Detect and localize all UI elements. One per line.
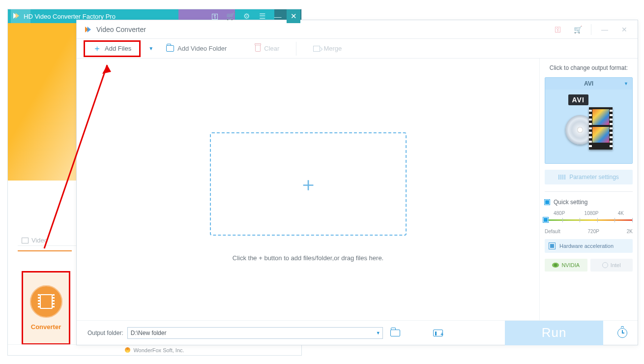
key-icon[interactable]: ⚿ [550, 22, 566, 37]
video-icon [22, 238, 29, 243]
side-panel: Click to change output format: AVI ▼ AVI [539, 59, 638, 320]
output-format-button[interactable]: AVI ▼ AVI [545, 77, 633, 164]
trash-icon [255, 45, 261, 52]
nvidia-icon [552, 263, 559, 268]
converter-title: Video Converter [96, 26, 146, 33]
open-folder-icon [390, 330, 400, 336]
toolbar: ＋ Add Files ▼ Add Video Folder Clear Mer… [77, 39, 638, 59]
merge-label: Merge [323, 45, 342, 52]
slider-thumb[interactable] [543, 217, 548, 222]
add-files-button[interactable]: ＋ Add Files [84, 40, 141, 57]
app-logo-icon [12, 11, 21, 20]
video-tab-label: Video [31, 237, 48, 244]
open-folder-button[interactable] [387, 326, 404, 340]
hardware-accel-button[interactable]: Hardware acceleration [545, 239, 633, 253]
drop-zone[interactable]: ＋ [210, 132, 407, 236]
chip-icon [549, 243, 556, 249]
add-folder-button[interactable]: Add Video Folder [161, 45, 232, 52]
change-format-label: Click to change output format: [545, 64, 633, 71]
footer-text: WonderFox Soft, Inc. [133, 347, 184, 353]
add-folder-label: Add Video Folder [177, 45, 227, 52]
clear-button[interactable]: Clear [250, 45, 284, 52]
chevron-down-icon: ▼ [376, 331, 381, 335]
video-tab[interactable]: Video [22, 237, 48, 244]
format-badge: AVI [568, 94, 588, 105]
gear-icon[interactable]: ⚙ [239, 9, 253, 23]
divider [296, 42, 296, 56]
parent-footer: WonderFox Soft, Inc. [8, 344, 301, 355]
chevron-down-icon: ▼ [624, 81, 628, 86]
sliders-icon [558, 175, 565, 180]
hw-label: Hardware acceleration [559, 243, 614, 249]
add-files-label: Add Files [105, 45, 131, 52]
tick-default: Default [545, 229, 560, 234]
parameter-settings-button[interactable]: Parameter settings [545, 170, 633, 184]
format-art: AVI [565, 94, 613, 158]
parent-titlebar: HD Video Converter Factory Pro ⚿ 🛒 ⚙ ☰ —… [8, 9, 301, 23]
tab-underline [18, 250, 72, 251]
converter-logo-icon [84, 25, 92, 34]
quick-setting-slider[interactable]: 480P 1080P 4K Default 720P 2K [545, 212, 633, 233]
cart-icon[interactable]: 🛒 [224, 9, 237, 23]
settings-list-icon[interactable]: ☰ [255, 9, 269, 23]
converter-label: Converter [31, 323, 61, 331]
plus-icon: ＋ [298, 171, 318, 198]
output-folder-label: Output folder: [88, 330, 123, 336]
nvidia-label: NVIDIA [561, 262, 580, 268]
quick-dot-icon [545, 200, 550, 205]
tick-1080p: 1080P [585, 211, 599, 216]
converter-tile[interactable]: Converter [22, 271, 70, 345]
run-label: Run [542, 325, 567, 340]
parameter-label: Parameter settings [569, 174, 619, 181]
close-icon[interactable]: ✕ [287, 9, 300, 23]
converter-icon [30, 286, 62, 317]
clock-icon [617, 328, 627, 338]
merge-icon [313, 46, 320, 52]
divider [591, 24, 591, 35]
new-folder-button[interactable] [430, 326, 446, 340]
converter-footer: Output folder: D:\New folder ▼ Run [77, 320, 638, 345]
intel-badge: Intel [590, 259, 633, 272]
folder-icon [166, 45, 174, 52]
merge-button[interactable]: Merge [308, 45, 347, 52]
drop-hint: Click the + button to add files/folder,o… [233, 254, 383, 262]
new-folder-icon [433, 330, 443, 336]
converter-window: Video Converter ⚿ 🛒 — ✕ ＋ Add Files ▼ Ad… [76, 20, 638, 345]
wonderfox-icon [125, 347, 130, 353]
output-folder-value: D:\New folder [131, 330, 167, 336]
quick-setting-label-row: Quick setting [545, 199, 633, 206]
output-folder-combo[interactable]: D:\New folder ▼ [127, 327, 383, 339]
minimize-icon[interactable]: — [271, 9, 285, 23]
cart-icon[interactable]: 🛒 [569, 22, 586, 37]
converter-body: ＋ Click the + button to add files/folder… [77, 59, 638, 320]
key-icon[interactable]: ⚿ [208, 9, 222, 23]
timer-button[interactable] [607, 321, 638, 345]
filmstrip-icon [589, 107, 613, 150]
nvidia-badge: NVIDIA [545, 259, 587, 272]
minimize-icon[interactable]: — [596, 22, 613, 37]
clear-label: Clear [264, 45, 279, 52]
quick-setting-label: Quick setting [554, 199, 587, 206]
close-icon[interactable]: ✕ [616, 22, 633, 37]
add-files-dropdown-icon[interactable]: ▼ [145, 46, 157, 51]
intel-label: Intel [611, 262, 621, 268]
format-name: AVI [584, 80, 593, 87]
divider [545, 191, 633, 192]
tick-720p: 720P [588, 229, 599, 234]
intel-icon [602, 262, 608, 268]
tick-2k: 2K [627, 229, 633, 234]
parent-title: HD Video Converter Factory Pro [24, 13, 116, 20]
run-button[interactable]: Run [505, 321, 603, 345]
tick-480p: 480P [554, 211, 565, 216]
drop-area[interactable]: ＋ Click the + button to add files/folder… [77, 59, 539, 320]
tick-4k: 4K [618, 211, 624, 216]
